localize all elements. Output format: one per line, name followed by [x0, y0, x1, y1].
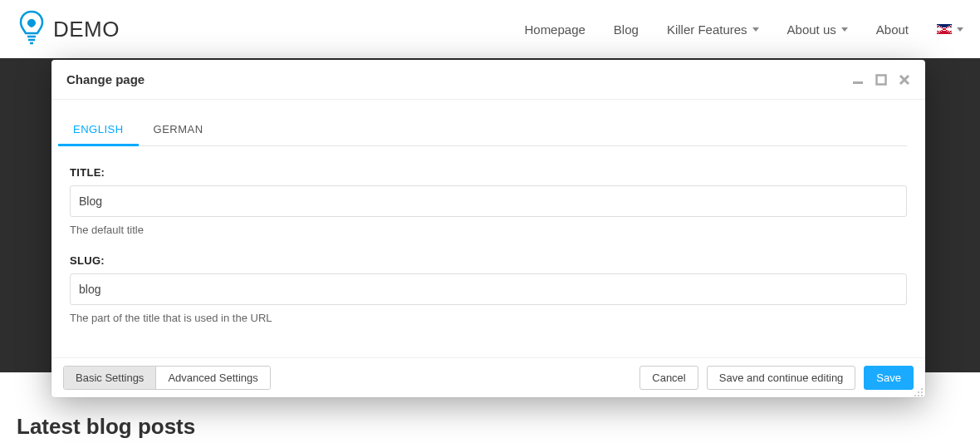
nav-label: Homepage: [524, 22, 585, 37]
nav-item-killer-features[interactable]: Killer Features: [667, 22, 759, 37]
svg-point-7: [921, 391, 923, 393]
top-nav: DEMO Homepage Blog Killer Features About…: [0, 0, 980, 58]
lightbulb-icon: [17, 9, 47, 49]
minimize-icon[interactable]: [852, 74, 864, 86]
svg-point-5: [921, 388, 923, 390]
title-label: TITLE:: [70, 166, 907, 179]
tab-label: ENGLISH: [73, 123, 124, 135]
modal-title: Change page: [66, 72, 145, 86]
advanced-settings-tab[interactable]: Advanced Settings: [155, 367, 269, 389]
svg-rect-3: [853, 81, 863, 84]
seg-label: Advanced Settings: [168, 372, 257, 384]
seg-label: Basic Settings: [76, 372, 144, 384]
nav-item-about-us[interactable]: About us: [787, 22, 848, 37]
field-slug: SLUG: The part of the title that is used…: [70, 254, 907, 324]
resize-grip-icon: [914, 386, 924, 396]
nav-label: About: [876, 22, 909, 37]
tab-german[interactable]: GERMAN: [150, 115, 207, 145]
modal-footer: Basic Settings Advanced Settings Cancel …: [51, 357, 925, 397]
chevron-down-icon: [957, 27, 963, 32]
nav-item-about[interactable]: About: [876, 22, 909, 37]
btn-label: Save and continue editing: [719, 372, 844, 384]
spacer: [70, 342, 907, 357]
modal-body: ENGLISH GERMAN TITLE: The default title …: [51, 100, 925, 357]
modal-window-controls: [852, 74, 910, 86]
svg-point-8: [914, 395, 916, 396]
nav-label: Blog: [614, 22, 639, 37]
chevron-down-icon: [841, 27, 848, 32]
latest-posts-heading: Latest blog posts: [17, 414, 195, 440]
nav-item-homepage[interactable]: Homepage: [524, 22, 585, 37]
modal-scroll-area[interactable]: ENGLISH GERMAN TITLE: The default title …: [51, 100, 925, 357]
title-help: The default title: [70, 224, 907, 236]
settings-segmented-control: Basic Settings Advanced Settings: [63, 366, 271, 390]
save-continue-button[interactable]: Save and continue editing: [707, 366, 856, 390]
uk-flag-icon: [937, 24, 952, 34]
nav-item-blog[interactable]: Blog: [614, 22, 639, 37]
tab-label: GERMAN: [154, 123, 203, 135]
title-input[interactable]: [70, 185, 907, 217]
save-button[interactable]: Save: [864, 366, 914, 390]
slug-label: SLUG:: [70, 254, 907, 267]
basic-settings-tab[interactable]: Basic Settings: [64, 367, 155, 389]
field-title: TITLE: The default title: [70, 166, 907, 236]
nav-label: About us: [787, 22, 836, 37]
slug-help: The part of the title that is used in th…: [70, 312, 907, 324]
close-icon[interactable]: [899, 74, 910, 86]
footer-actions: Cancel Save and continue editing Save: [639, 366, 914, 390]
nav-label: Killer Features: [667, 22, 747, 37]
svg-rect-4: [877, 75, 886, 84]
brand[interactable]: DEMO: [17, 9, 120, 49]
tab-english[interactable]: ENGLISH: [70, 115, 127, 145]
cancel-button[interactable]: Cancel: [639, 366, 698, 390]
maximize-icon[interactable]: [875, 74, 887, 86]
svg-point-6: [918, 391, 919, 393]
nav-menu: Homepage Blog Killer Features About us A…: [524, 22, 963, 37]
change-page-modal: Change page ENGLISH GERMAN TITLE: The de…: [51, 60, 925, 397]
language-switcher[interactable]: [937, 24, 963, 34]
svg-point-10: [921, 395, 923, 396]
chevron-down-icon: [752, 27, 759, 32]
svg-point-9: [918, 395, 919, 396]
modal-header: Change page: [51, 60, 925, 100]
language-tabs: ENGLISH GERMAN: [70, 115, 907, 146]
btn-label: Save: [876, 372, 901, 384]
slug-input[interactable]: [70, 273, 907, 305]
btn-label: Cancel: [652, 372, 685, 384]
brand-text: DEMO: [53, 17, 120, 42]
